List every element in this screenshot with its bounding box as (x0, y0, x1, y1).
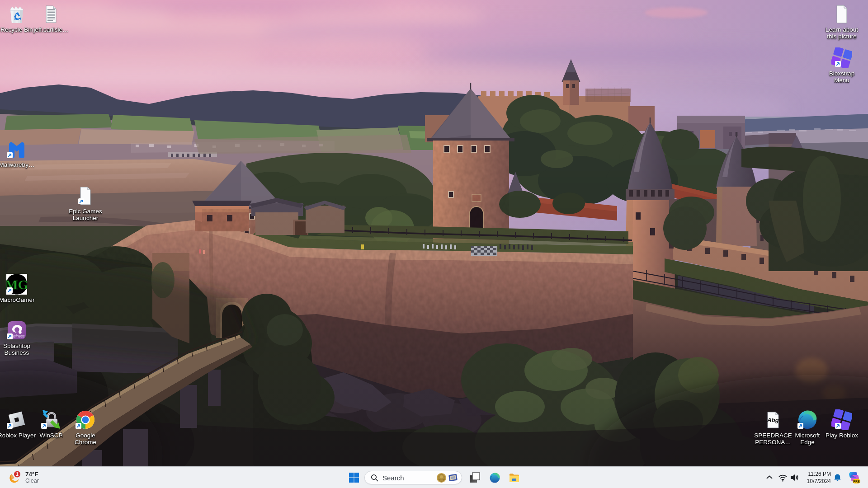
svg-text:Abg: Abg (767, 417, 778, 423)
svg-text:PRE: PRE (853, 480, 860, 483)
svg-text:1: 1 (16, 472, 19, 477)
